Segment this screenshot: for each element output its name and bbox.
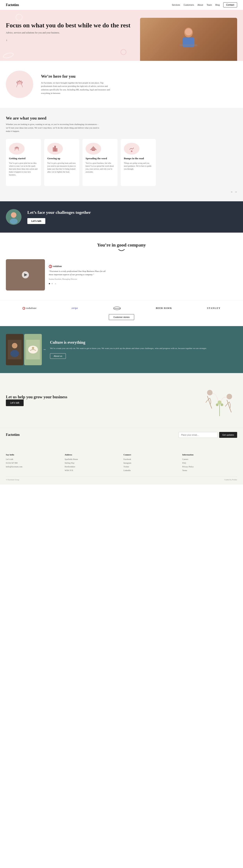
newsletter-submit-button[interactable]: Get updates [219, 432, 237, 438]
testimonial-content: vodafone “Factotum is a truly profession… [49, 265, 107, 285]
footer-instagram-link[interactable]: Instagram [124, 462, 178, 464]
newsletter-form: Get updates [178, 432, 237, 438]
cards-row: Getting started You’ve got a great plan … [6, 139, 237, 188]
footer-bottom: © Factotum Group Crafted by Prokke [6, 476, 237, 480]
card-title-0: Getting started [9, 157, 38, 160]
logo-vodafone: vodafone [23, 307, 37, 310]
need-section: We are what you need Whether you are loo… [0, 108, 243, 201]
culture-arrow[interactable]: → [43, 347, 46, 351]
grow-text: Let us help you grow your business Let’s… [6, 395, 67, 406]
footer-col-connect: Connect Facebook Instagram Twitter Linke… [124, 454, 178, 473]
footer-addr-2: Stirling Way [65, 462, 119, 464]
grow-heading: Let us help you grow your business [6, 395, 67, 400]
footer-privacy-link[interactable]: Privacy Policy [182, 465, 237, 468]
nav-blog[interactable]: Blog [215, 4, 220, 6]
logo-beerhawk: BEER HAWK [156, 307, 172, 310]
here-body: At Factotum, we have brought together th… [41, 81, 115, 95]
card-body-2: You’re a great business, but who knew? L… [85, 162, 114, 173]
svg-point-36 [216, 403, 218, 406]
here-section: We’re here for you At Factotum, we have … [0, 61, 243, 108]
footer-col-connect-heading: Connect [124, 454, 178, 456]
cards-next-button[interactable]: → [234, 190, 237, 193]
nav-team[interactable]: Team [207, 4, 212, 6]
logo-stanley: STANLEY [207, 307, 221, 310]
footer: Say hello Let’s talk 01234 567 890 hello… [0, 450, 243, 485]
brand-logo: vodafone [49, 265, 107, 268]
need-body: Whether you are looking to grow, wanting… [6, 123, 100, 133]
svg-rect-12 [92, 150, 95, 151]
footer-grid: Say hello Let’s talk 01234 567 890 hello… [6, 454, 237, 473]
cards-prev-button[interactable]: ← [231, 190, 233, 193]
footer-twitter-link[interactable]: Twitter [124, 465, 178, 468]
culture-images: → [6, 334, 46, 365]
footer-faq-link[interactable]: FAQ [182, 462, 237, 464]
nav-logo: Factotūm [6, 3, 19, 7]
cta-avatar [6, 209, 22, 225]
culture-about-button[interactable]: About us [50, 353, 66, 359]
svg-point-14 [131, 150, 133, 152]
culture-section: → Culture is everything We’re a team you… [0, 326, 243, 373]
testimonial-navigation: → [49, 282, 107, 285]
testimonial-row: vodafone “Factotum is a truly profession… [6, 259, 237, 290]
footer-email-link[interactable]: hello@factotum.com [6, 465, 61, 468]
culture-text: Culture is everything We’re a team you c… [50, 340, 237, 359]
svg-text:NISSAN: NISSAN [114, 308, 121, 309]
testimonial-video-thumbnail[interactable] [6, 259, 45, 290]
footer-terms-link[interactable]: Terms [182, 469, 237, 472]
card-growing-up: Growing up You’ve got a growing team and… [44, 139, 79, 186]
cta-heading: Let’s face your challenges together [27, 210, 237, 215]
here-heading: We’re here for you [41, 74, 115, 79]
culture-body: We’re a team you can rely on. We want to… [50, 347, 237, 350]
nav-customers[interactable]: Customers [184, 4, 194, 6]
logos-section: vodafone stripe NISSAN BEER HAWK STANLEY… [0, 300, 243, 326]
nav-services[interactable]: Services [172, 4, 180, 6]
nav-contact-button[interactable]: Contact [223, 2, 237, 7]
footer-phone: 01234 567 890 [6, 462, 61, 464]
footer-copyright: © Factotum Group [6, 479, 19, 480]
card-body-1: You’ve got a growing team and now you ne… [47, 162, 76, 173]
footer-col-hello-heading: Say hello [6, 454, 61, 456]
footer-letstalk-link[interactable]: Let’s talk [6, 458, 61, 461]
hero-section: Focus on what you do best while we do th… [0, 10, 243, 61]
cta-talk-button[interactable]: Let’s talk [27, 218, 45, 224]
footer-addr-3: Hertfordshire [65, 465, 119, 468]
footer-facebook-link[interactable]: Facebook [124, 458, 178, 461]
card-body-0: You’ve got a great plan but no idea wher… [9, 162, 38, 176]
card-title-1: Growing up [47, 157, 76, 160]
culture-heading: Culture is everything [50, 340, 237, 345]
testimonial-author: Ioanna Karalaie, Managing Director [49, 278, 107, 280]
svg-point-37 [220, 403, 223, 406]
testimonial-dot-2[interactable] [51, 283, 53, 284]
testimonial-dot-1[interactable] [49, 283, 50, 284]
testimonial-next-button[interactable]: → [54, 282, 57, 285]
brand-name: vodafone [53, 265, 62, 268]
newsletter-logo: Factotūm [6, 433, 20, 437]
footer-careers-link[interactable]: Careers [182, 458, 237, 461]
hands-illustration [6, 71, 33, 98]
cta-banner: Let’s face your challenges together Let’… [0, 201, 243, 232]
hands-svg [12, 76, 27, 92]
navbar: Factotūm Services Customers About Team B… [0, 0, 243, 10]
svg-point-17 [10, 218, 18, 224]
card-getting-started: Getting started You’ve got a great plan … [6, 139, 41, 186]
hero-image-placeholder [140, 18, 237, 61]
footer-col-hello: Say hello Let’s talk 01234 567 890 hello… [6, 454, 61, 473]
card-title-3: Bumps in the road [124, 157, 153, 160]
here-text: We’re here for you At Factotum, we have … [41, 74, 115, 95]
grow-talk-button[interactable]: Let’s talk [6, 400, 24, 406]
newsletter-section: Factotūm Get updates [0, 428, 243, 450]
need-heading: We are what you need [6, 116, 237, 121]
hero-scroll-arrow[interactable]: ↓ [6, 38, 131, 42]
logo-stripe: stripe [71, 307, 78, 310]
squiggle-decoration-3 [120, 49, 127, 55]
customer-stories-button[interactable]: Customer stories [109, 314, 134, 320]
culture-image-2 [24, 334, 42, 365]
footer-addr-1: Spatfields House [65, 458, 119, 461]
footer-linkedin-link[interactable]: LinkedIn [124, 469, 178, 472]
footer-col-address: Address Spatfields House Stirling Way He… [65, 454, 119, 473]
footer-col-info: Information Careers FAQ Privacy Policy T… [182, 454, 237, 473]
newsletter-email-input[interactable] [178, 432, 218, 438]
squiggle-decoration-1 [3, 52, 14, 59]
squiggle-decoration-2 [15, 14, 23, 21]
nav-about[interactable]: About [198, 4, 203, 6]
